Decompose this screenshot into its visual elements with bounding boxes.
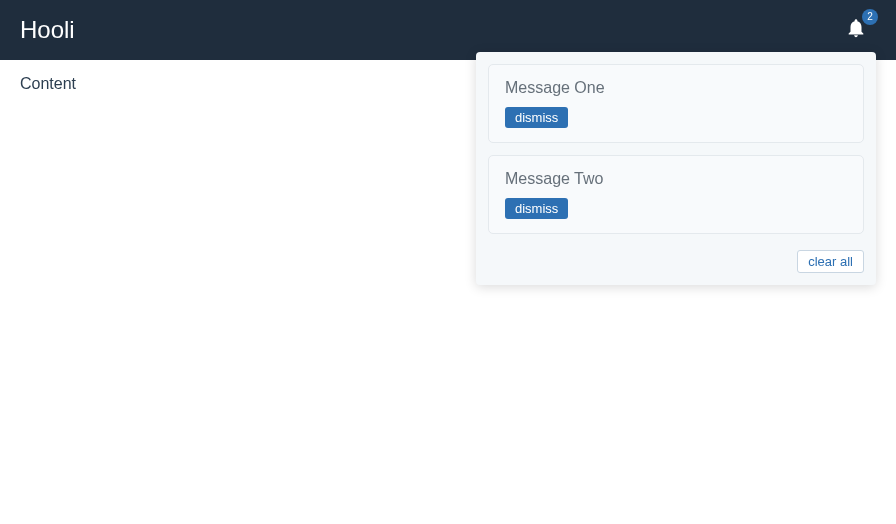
notification-item: Message Two dismiss xyxy=(488,155,864,234)
clear-all-button[interactable]: clear all xyxy=(797,250,864,273)
dropdown-footer: clear all xyxy=(488,246,864,273)
dismiss-button[interactable]: dismiss xyxy=(505,198,568,219)
notification-title: Message Two xyxy=(505,170,847,188)
notification-title: Message One xyxy=(505,79,847,97)
notifications-button[interactable]: 2 xyxy=(842,16,870,44)
dismiss-button[interactable]: dismiss xyxy=(505,107,568,128)
notification-item: Message One dismiss xyxy=(488,64,864,143)
notification-count-badge: 2 xyxy=(862,9,878,25)
app-header: Hooli 2 xyxy=(0,0,896,60)
notifications-dropdown: Message One dismiss Message Two dismiss … xyxy=(476,52,876,285)
app-title: Hooli xyxy=(20,16,75,44)
